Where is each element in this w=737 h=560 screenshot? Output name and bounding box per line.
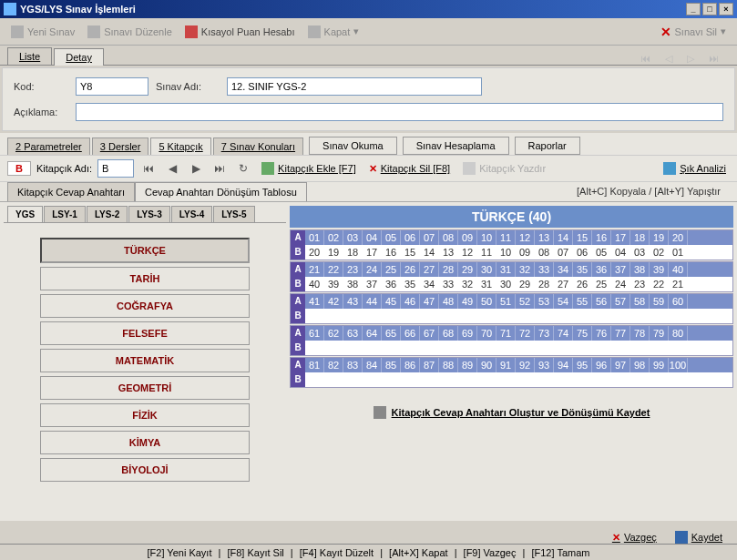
grid-cell[interactable]: 08 <box>535 245 554 260</box>
nav-last-icon[interactable]: ⏭ <box>709 53 719 65</box>
kitapcik-yazdir-button[interactable]: Kitapçık Yazdır <box>459 160 549 177</box>
grid-cell[interactable]: 40 <box>669 262 688 277</box>
delete-exam-button[interactable]: ✕Sınavı Sil ▾ <box>655 23 732 41</box>
kitapcik-ekle-button[interactable]: Kitapçık Ekle [F7] <box>258 160 360 177</box>
sik-analizi-button[interactable]: Şık Analizi <box>660 160 730 177</box>
grid-cell[interactable]: 86 <box>401 358 420 372</box>
grid-cell[interactable]: 07 <box>420 230 439 245</box>
grid-cell[interactable]: 31 <box>496 262 516 277</box>
grid-cell[interactable]: 56 <box>592 294 611 309</box>
grid-cell[interactable]: 46 <box>401 294 420 309</box>
grid-cell[interactable]: 77 <box>611 326 630 341</box>
grid-cell[interactable]: 50 <box>477 294 496 309</box>
tab-detay[interactable]: Detay <box>54 48 104 66</box>
grid-cell[interactable]: 16 <box>592 230 611 245</box>
grid-cell[interactable]: 29 <box>458 262 477 277</box>
grid-cell[interactable]: 62 <box>324 326 343 341</box>
grid-cell[interactable]: 96 <box>592 358 611 372</box>
grid-cell[interactable]: 67 <box>420 326 439 341</box>
grid-cell[interactable]: 32 <box>516 262 535 277</box>
exam-tab-lys-5[interactable]: LYS-5 <box>213 206 254 222</box>
shortcut-score-button[interactable]: Kısayol Puan Hesabı <box>179 24 301 40</box>
grid-cell[interactable]: 53 <box>535 294 554 309</box>
subject-türkçe[interactable]: TÜRKÇE <box>40 238 250 263</box>
tab-kitapcik[interactable]: 5 Kitapçık <box>150 137 210 155</box>
grid-cell[interactable]: 83 <box>343 358 363 372</box>
grid-cell[interactable]: 35 <box>401 277 420 291</box>
grid-cell[interactable]: 33 <box>439 277 458 291</box>
grid-cell[interactable]: 79 <box>650 326 669 341</box>
grid-cell[interactable]: 35 <box>573 262 592 277</box>
grid-cell[interactable]: 33 <box>535 262 554 277</box>
grid-cell[interactable]: 22 <box>650 277 669 291</box>
grid-cell[interactable]: 24 <box>611 277 630 291</box>
grid-cell[interactable]: 09 <box>516 245 535 260</box>
grid-cell[interactable]: 68 <box>439 326 458 341</box>
grid-cell[interactable]: 27 <box>554 277 573 291</box>
grid-cell[interactable]: 48 <box>439 294 458 309</box>
grid-cell[interactable]: 59 <box>650 294 669 309</box>
nav-prev-icon[interactable]: ◁ <box>665 53 672 65</box>
subject-felsefe[interactable]: FELSEFE <box>40 321 250 345</box>
grid-cell[interactable]: 01 <box>305 230 324 245</box>
grid-cell[interactable]: 03 <box>343 230 363 245</box>
grid-cell[interactable]: 80 <box>669 326 688 341</box>
grid-cell[interactable]: 23 <box>343 262 363 277</box>
tab-sinavkonulari[interactable]: 7 Sınav Konuları <box>213 137 303 155</box>
grid-cell[interactable]: 38 <box>343 277 363 291</box>
grid-cell[interactable]: 69 <box>458 326 477 341</box>
grid-row[interactable]: 2122232425262728293031323334353637383940 <box>305 262 732 277</box>
grid-cell[interactable]: 28 <box>439 262 458 277</box>
grid-cell[interactable]: 14 <box>420 245 439 260</box>
grid-cell[interactable]: 98 <box>630 358 650 372</box>
new-exam-button[interactable]: Yeni Sınav <box>5 24 80 40</box>
grid-cell[interactable]: 95 <box>573 358 592 372</box>
grid-row[interactable]: 4039383736353433323130292827262524232221 <box>305 277 732 291</box>
grid-cell[interactable]: 22 <box>324 262 343 277</box>
grid-cell[interactable]: 02 <box>650 245 669 260</box>
grid-cell[interactable]: 01 <box>669 245 688 260</box>
grid-cell[interactable]: 60 <box>669 294 688 309</box>
grid-cell[interactable]: 21 <box>305 262 324 277</box>
grid-row[interactable] <box>305 372 732 387</box>
grid-cell[interactable]: 24 <box>363 262 382 277</box>
create-answer-key-button[interactable]: Kitapçık Cevap Anahtarı Oluştur ve Dönüş… <box>290 399 733 426</box>
grid-cell[interactable]: 05 <box>592 245 611 260</box>
sinavadi-input[interactable] <box>227 77 482 96</box>
grid-cell[interactable]: 99 <box>650 358 669 372</box>
grid-cell[interactable]: 17 <box>611 230 630 245</box>
tab-sinavhesaplama[interactable]: Sınav Hesaplama <box>403 137 509 155</box>
grid-cell[interactable]: 14 <box>554 230 573 245</box>
grid-cell[interactable]: 12 <box>458 245 477 260</box>
grid-cell[interactable]: 08 <box>439 230 458 245</box>
grid-cell[interactable]: 66 <box>401 326 420 341</box>
nav-refresh[interactable]: ↻ <box>234 162 252 175</box>
nav-first-icon[interactable]: ⏮ <box>640 53 650 65</box>
grid-cell[interactable]: 81 <box>305 358 324 372</box>
grid-cell[interactable]: 17 <box>363 245 382 260</box>
grid-cell[interactable]: 06 <box>401 230 420 245</box>
grid-cell[interactable]: 03 <box>630 245 650 260</box>
grid-cell[interactable]: 11 <box>496 230 516 245</box>
nav-last[interactable]: ⏭ <box>210 162 229 175</box>
grid-cell[interactable]: 25 <box>592 277 611 291</box>
grid-cell[interactable]: 30 <box>477 262 496 277</box>
tab-liste[interactable]: Liste <box>7 47 52 65</box>
grid-cell[interactable]: 32 <box>458 277 477 291</box>
grid-cell[interactable]: 91 <box>496 358 516 372</box>
grid-cell[interactable]: 65 <box>382 326 401 341</box>
exam-tab-lsy-1[interactable]: LSY-1 <box>44 206 86 222</box>
nav-next[interactable]: ▶ <box>187 162 205 175</box>
tab-sinavokuma[interactable]: Sınav Okuma <box>309 137 397 155</box>
grid-cell[interactable]: 78 <box>630 326 650 341</box>
kod-input[interactable] <box>76 77 148 96</box>
subject-tari̇h[interactable]: TARİH <box>40 267 250 290</box>
grid-cell[interactable]: 26 <box>573 277 592 291</box>
grid-cell[interactable]: 13 <box>535 230 554 245</box>
grid-cell[interactable]: 10 <box>496 245 516 260</box>
grid-cell[interactable]: 04 <box>363 230 382 245</box>
grid-cell[interactable]: 82 <box>324 358 343 372</box>
exam-tab-ygs[interactable]: YGS <box>7 206 43 222</box>
grid-cell[interactable]: 19 <box>324 245 343 260</box>
grid-cell[interactable]: 41 <box>305 294 324 309</box>
